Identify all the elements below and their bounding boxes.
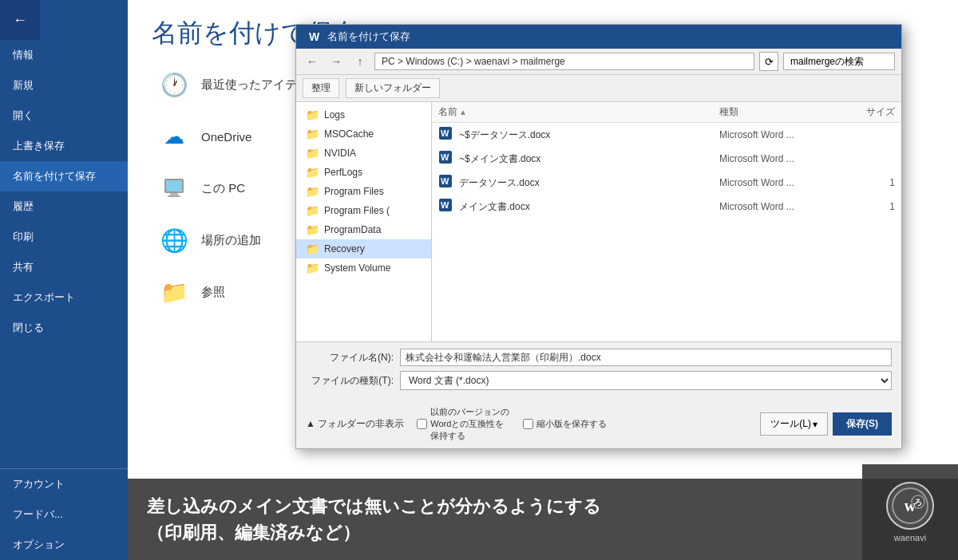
- recent-icon: 🕐: [160, 70, 188, 99]
- dialog-back-btn[interactable]: ←: [303, 52, 322, 71]
- folder-icon: 📁: [306, 243, 319, 255]
- organize-btn[interactable]: 整理: [303, 78, 339, 98]
- filename-row: ファイル名(N):: [306, 349, 892, 366]
- footer-buttons: ツール(L) ▾ 保存(S): [760, 412, 892, 436]
- tools-button[interactable]: ツール(L) ▾: [760, 412, 828, 436]
- folder-name: Program Files: [324, 186, 384, 197]
- dialog-nav-bar: ← → ↑ PC > Windows (C:) > waenavi > mail…: [296, 49, 901, 75]
- file-list-header: 名前▲ 種類 サイズ: [432, 102, 901, 123]
- file-name-2: データソース.docx: [459, 176, 716, 190]
- dialog-body: 📁 Logs 📁 MSOCache 📁 NVIDIA 📁 PerfLogs 📁: [296, 102, 901, 341]
- dialog-up-btn[interactable]: ↑: [350, 52, 370, 71]
- filename-label: ファイル名(N):: [306, 351, 394, 365]
- file-word-icon: W: [438, 198, 453, 215]
- sidebar-item-uwagaki[interactable]: 上書き保存: [0, 131, 128, 161]
- sidebar-item-namaetsuke[interactable]: 名前を付けて保存: [0, 161, 128, 191]
- checkbox-thumb-row: 縮小版を保存する: [523, 418, 607, 430]
- folder-icon: 📁: [306, 108, 319, 121]
- sidebar-item-export[interactable]: エクスポート: [0, 282, 128, 313]
- folder-systemvolume[interactable]: 📁 System Volume: [296, 258, 431, 278]
- folder-name: NVIDIA: [324, 148, 356, 159]
- caption-line2: （印刷用、編集済みなど）: [147, 523, 360, 542]
- folder-name: Logs: [324, 109, 345, 120]
- sidebar: ← 情報 新規 開く 上書き保存 名前を付けて保存 履歴 印刷 共有 エクスポー…: [0, 0, 128, 560]
- new-folder-btn[interactable]: 新しいフォルダー: [346, 78, 440, 98]
- compat-label: 以前のバージョンのWordとの互換性を保持する: [430, 406, 510, 442]
- sidebar-item-hiraku[interactable]: 開く: [0, 101, 128, 131]
- sidebar-item-feed[interactable]: フードバ...: [0, 499, 128, 530]
- file-word-icon: W: [438, 150, 453, 168]
- this-pc-icon: [160, 174, 188, 203]
- dialog-forward-btn[interactable]: →: [327, 52, 346, 71]
- sidebar-item-insatsu[interactable]: 印刷: [0, 222, 128, 252]
- file-word-icon: W: [438, 174, 453, 191]
- folder-name: System Volume: [324, 262, 390, 274]
- filetype-row: ファイルの種類(T): Word 文書 (*.docx): [306, 371, 892, 390]
- dialog-title-text: 名前を付けて保存: [327, 30, 410, 44]
- file-size-2: 1: [847, 177, 895, 188]
- sidebar-item-tojiru[interactable]: 閉じる: [0, 313, 128, 343]
- folder-icon: 📁: [306, 185, 319, 198]
- folder-icon: 📁: [306, 166, 319, 179]
- thumb-checkbox[interactable]: [523, 419, 533, 429]
- caption-line1: 差し込みのメイン文書では無いことが分かるようにする: [147, 496, 601, 516]
- folder-perflogs[interactable]: 📁 PerfLogs: [296, 163, 431, 182]
- folder-nvidia[interactable]: 📁 NVIDIA: [296, 144, 431, 163]
- file-row-0[interactable]: W ~$データソース.docx Microsoft Word ...: [432, 123, 901, 147]
- thumb-label: 縮小版を保存する: [536, 418, 607, 430]
- filename-input[interactable]: [400, 349, 892, 366]
- breadcrumb[interactable]: PC > Windows (C:) > waenavi > mailmerge: [374, 53, 754, 70]
- folder-programdata[interactable]: 📁 ProgramData: [296, 220, 431, 239]
- caption-text: 差し込みのメイン文書では無いことが分かるようにする （印刷用、編集済みなど）: [147, 493, 939, 546]
- dialog-toolbar: 整理 新しいフォルダー: [296, 75, 901, 102]
- logo-area: w ろ waenavi: [862, 464, 958, 560]
- svg-text:W: W: [441, 200, 449, 210]
- svg-text:ろ: ろ: [914, 498, 922, 507]
- browse-icon: 📁: [160, 278, 188, 306]
- folder-icon: 📁: [306, 147, 319, 160]
- sidebar-item-shinkil[interactable]: 新規: [0, 70, 128, 101]
- filetype-label: ファイルの種類(T):: [306, 374, 394, 388]
- save-button[interactable]: 保存(S): [833, 412, 892, 436]
- sidebar-item-rireki[interactable]: 履歴: [0, 191, 128, 222]
- sidebar-item-account[interactable]: アカウント: [0, 469, 128, 499]
- file-name-0: ~$データソース.docx: [459, 128, 716, 142]
- dialog-refresh-btn[interactable]: ⟳: [759, 52, 778, 71]
- folder-name: PerfLogs: [324, 167, 362, 178]
- sidebar-item-kyoyu[interactable]: 共有: [0, 252, 128, 282]
- svg-rect-1: [166, 180, 182, 191]
- search-input[interactable]: [783, 53, 895, 70]
- folder-recovery[interactable]: 📁 Recovery: [296, 239, 431, 258]
- folder-logs[interactable]: 📁 Logs: [296, 105, 431, 124]
- folder-programfiles2[interactable]: 📁 Program Files (: [296, 201, 431, 220]
- file-name-3: メイン文書.docx: [459, 200, 716, 214]
- location-this-pc-label: この PC: [201, 181, 245, 196]
- file-row-2[interactable]: W データソース.docx Microsoft Word ... 1: [432, 171, 901, 195]
- folder-programfiles[interactable]: 📁 Program Files: [296, 182, 431, 201]
- file-word-icon: W: [438, 126, 453, 144]
- folder-icon: 📁: [306, 204, 319, 217]
- col-name-header: 名前▲: [438, 105, 719, 119]
- back-button[interactable]: ←: [0, 0, 40, 40]
- svg-text:W: W: [441, 128, 449, 138]
- file-row-1[interactable]: W ~$メイン文書.docx Microsoft Word ...: [432, 147, 901, 171]
- file-type-1: Microsoft Word ...: [719, 153, 844, 164]
- file-type-3: Microsoft Word ...: [719, 201, 844, 212]
- onedrive-icon: ☁: [160, 122, 188, 151]
- file-row-3[interactable]: W メイン文書.docx Microsoft Word ... 1: [432, 195, 901, 219]
- folder-icon: 📁: [306, 223, 319, 236]
- dialog-word-icon: W: [306, 30, 323, 44]
- compat-checkbox[interactable]: [417, 419, 427, 429]
- dialog-footer: ▲ フォルダーの非表示 以前のバージョンのWordとの互換性を保持する 縮小版を…: [296, 401, 901, 448]
- dialog-bottom: ファイル名(N): ファイルの種類(T): Word 文書 (*.docx): [296, 341, 901, 401]
- sidebar-item-joho[interactable]: 情報: [0, 40, 128, 70]
- svg-text:W: W: [441, 152, 449, 162]
- location-recent-label: 最近使ったアイテム: [201, 77, 309, 93]
- location-onedrive-label: OneDrive: [201, 130, 251, 144]
- sidebar-item-options[interactable]: オプション: [0, 530, 128, 560]
- filetype-select[interactable]: Word 文書 (*.docx): [400, 371, 892, 390]
- col-size-header: サイズ: [847, 105, 895, 119]
- file-type-0: Microsoft Word ...: [719, 129, 844, 140]
- folder-msocache[interactable]: 📁 MSOCache: [296, 124, 431, 144]
- hide-folders-link[interactable]: ▲ フォルダーの非表示: [306, 417, 404, 431]
